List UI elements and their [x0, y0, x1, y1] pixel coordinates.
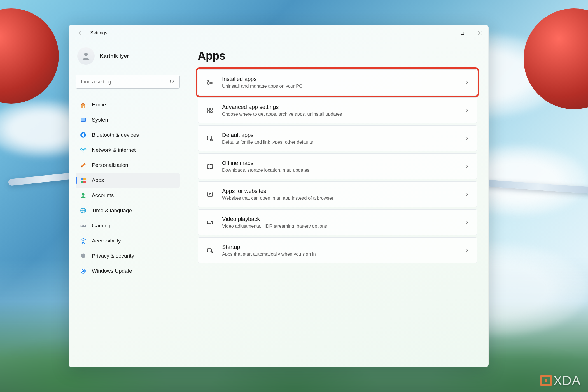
- search-icon: [169, 79, 175, 85]
- chevron-right-icon: [464, 80, 470, 85]
- chevron-right-icon: [464, 164, 470, 169]
- card-title: Apps for websites: [222, 188, 457, 194]
- card-text: Apps for websitesWebsites that can open …: [222, 188, 457, 201]
- watermark-text: XDA: [553, 373, 581, 388]
- system-icon: [80, 116, 87, 123]
- card-text: Advanced app settingsChoose where to get…: [222, 104, 457, 117]
- svg-rect-24: [210, 108, 213, 110]
- brush-icon: [80, 162, 87, 169]
- sidebar-item-label: Apps: [92, 177, 104, 183]
- shield-icon-wrap: [80, 252, 87, 260]
- svg-point-22: [208, 82, 209, 83]
- svg-point-8: [81, 166, 82, 167]
- card-apps-for-websites[interactable]: Apps for websitesWebsites that can open …: [198, 181, 477, 207]
- chevron-right-icon: [464, 220, 470, 225]
- apps-icon: [80, 177, 87, 184]
- svg-rect-32: [207, 221, 211, 224]
- titlebar: Settings: [69, 25, 488, 41]
- minimize-button[interactable]: [436, 25, 454, 41]
- map-icon-wrap: [205, 162, 215, 171]
- sidebar-item-gaming[interactable]: Gaming: [76, 218, 180, 233]
- globe-icon: [80, 207, 87, 214]
- card-subtitle: Downloads, storage location, map updates: [222, 167, 457, 173]
- svg-point-18: [83, 238, 84, 239]
- main-content: Apps Installed appsUninstall and manage …: [186, 41, 488, 367]
- card-text: Installed appsUninstall and manage apps …: [222, 76, 457, 89]
- settings-cards-list: Installed appsUninstall and manage apps …: [198, 69, 477, 263]
- search-input[interactable]: [76, 75, 180, 89]
- card-offline-maps[interactable]: Offline mapsDownloads, storage location,…: [198, 153, 477, 179]
- bluetooth-icon-wrap: [80, 131, 87, 139]
- sidebar-item-label: Windows Update: [92, 268, 132, 274]
- svg-rect-21: [208, 83, 209, 84]
- card-text: Offline mapsDownloads, storage location,…: [222, 160, 457, 173]
- sidebar-item-bluetooth-devices[interactable]: Bluetooth & devices: [76, 127, 180, 143]
- accounts-icon-wrap: [80, 192, 87, 199]
- svg-rect-4: [81, 118, 85, 121]
- sidebar-item-windows-update[interactable]: Windows Update: [76, 263, 180, 279]
- card-title: Offline maps: [222, 160, 457, 166]
- card-subtitle: Choose where to get apps, archive apps, …: [222, 111, 457, 117]
- card-startup[interactable]: StartupApps that start automatically whe…: [198, 237, 477, 263]
- back-button[interactable]: [75, 28, 85, 38]
- sidebar-item-label: Gaming: [92, 223, 111, 229]
- shield-icon: [80, 253, 87, 259]
- card-subtitle: Video adjustments, HDR streaming, batter…: [222, 223, 457, 229]
- sidebar-item-label: Personalization: [92, 162, 128, 168]
- svg-rect-5: [83, 122, 84, 122]
- card-default-apps[interactable]: Default appsDefaults for file and link t…: [198, 125, 477, 151]
- card-subtitle: Uninstall and manage apps on your PC: [222, 83, 457, 89]
- link-square-icon-wrap: [205, 190, 215, 199]
- svg-rect-27: [207, 136, 211, 140]
- link-square-icon: [207, 191, 213, 198]
- card-title: Video playback: [222, 216, 457, 222]
- svg-rect-20: [208, 80, 209, 81]
- maximize-button[interactable]: [454, 25, 471, 41]
- profile-name: Karthik Iyer: [100, 53, 129, 59]
- video-icon-wrap: [205, 218, 215, 227]
- svg-point-1: [84, 53, 88, 56]
- card-title: Default apps: [222, 132, 457, 138]
- svg-rect-25: [207, 111, 210, 113]
- accounts-icon: [80, 192, 87, 199]
- card-title: Startup: [222, 244, 457, 250]
- apps-icon-wrap: [80, 177, 87, 184]
- update-icon-wrap: [80, 267, 87, 275]
- sidebar-item-accounts[interactable]: Accounts: [76, 188, 180, 203]
- sidebar-item-label: Privacy & security: [92, 253, 134, 259]
- sidebar-item-apps[interactable]: Apps: [76, 173, 180, 188]
- sidebar-item-time-language[interactable]: Time & language: [76, 203, 180, 218]
- svg-point-30: [211, 168, 212, 168]
- minimize-icon: [443, 31, 447, 35]
- wifi-icon-wrap: [80, 146, 87, 154]
- arrow-left-icon: [77, 30, 83, 36]
- startup-icon-wrap: [205, 246, 215, 255]
- card-title: Installed apps: [222, 76, 457, 82]
- sidebar-item-privacy-security[interactable]: Privacy & security: [76, 248, 180, 263]
- sidebar-item-home[interactable]: Home: [76, 97, 180, 112]
- gaming-icon: [80, 222, 87, 229]
- sidebar-item-accessibility[interactable]: Accessibility: [76, 233, 180, 248]
- svg-point-17: [85, 226, 85, 226]
- card-video-playback[interactable]: Video playbackVideo adjustments, HDR str…: [198, 209, 477, 235]
- card-advanced-app-settings[interactable]: Advanced app settingsChoose where to get…: [198, 97, 477, 123]
- svg-point-13: [82, 193, 85, 196]
- sidebar: Karthik Iyer HomeSystemBluetooth & devic…: [69, 41, 186, 367]
- profile[interactable]: Karthik Iyer: [74, 44, 181, 70]
- sidebar-item-personalization[interactable]: Personalization: [76, 158, 180, 173]
- wifi-icon: [80, 147, 87, 153]
- sidebar-item-network-internet[interactable]: Network & internet: [76, 143, 180, 158]
- update-icon: [80, 268, 87, 274]
- sidebar-item-label: Network & internet: [92, 147, 136, 153]
- sidebar-item-system[interactable]: System: [76, 112, 180, 127]
- chevron-right-icon: [464, 192, 470, 197]
- close-button[interactable]: [471, 25, 488, 41]
- card-subtitle: Defaults for file and link types, other …: [222, 139, 457, 145]
- search-wrap: [76, 75, 180, 89]
- default-app-icon: [207, 135, 213, 142]
- apps-gear-icon-wrap: [205, 106, 215, 115]
- svg-point-2: [170, 80, 173, 83]
- svg-point-7: [83, 151, 83, 152]
- close-icon: [478, 31, 482, 35]
- card-installed-apps[interactable]: Installed appsUninstall and manage apps …: [198, 69, 477, 95]
